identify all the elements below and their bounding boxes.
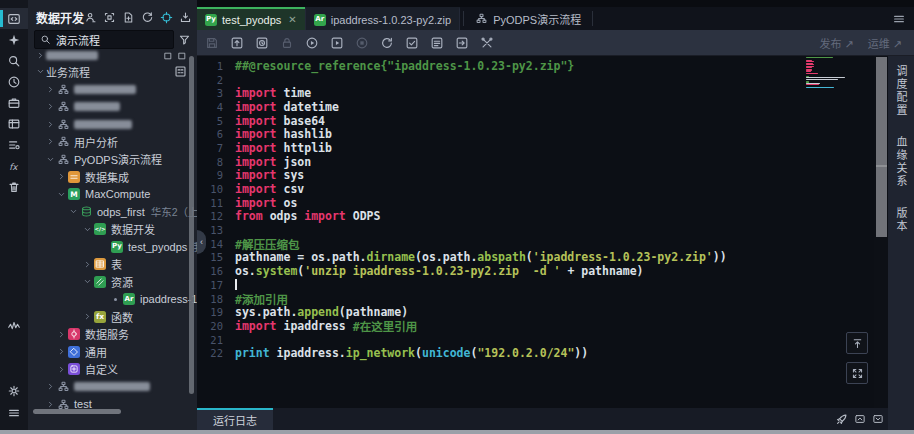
toolbar-box-lines-icon[interactable]	[430, 36, 444, 50]
import-tray-icon[interactable]	[179, 11, 192, 24]
editor-minimap[interactable]	[806, 57, 850, 89]
toolbar-link-运维[interactable]: 运维 ↗	[868, 35, 902, 51]
code-line-22[interactable]: 22print ipaddress.ip_network(unicode("19…	[197, 346, 874, 360]
chevron-down-icon[interactable]	[55, 190, 67, 199]
code-line-9[interactable]: 9import sys	[197, 169, 874, 183]
activity-bar-item-waveform[interactable]	[0, 315, 28, 336]
search-input[interactable]: 演示流程	[34, 30, 174, 49]
tree-horizontal-scrollbar[interactable]	[33, 409, 121, 414]
code-line-14[interactable]: 14#解压压缩包	[197, 237, 874, 251]
tree-row-test[interactable]: test	[28, 396, 197, 411]
box-chevron-up-icon[interactable]	[854, 413, 866, 425]
crosshair-icon[interactable]	[160, 11, 173, 24]
toolbar-tools-icon[interactable]	[480, 36, 494, 50]
chevron-right-icon[interactable]	[44, 102, 56, 111]
tree-row[interactable]	[28, 48, 197, 63]
code-line-21[interactable]: 21	[197, 333, 874, 347]
code-line-16[interactable]: 16os.system('unzip ipaddress-1.0.23-py2.…	[197, 264, 874, 278]
code-line-18[interactable]: 18#添加引用	[197, 292, 874, 306]
chevron-right-icon[interactable]	[55, 365, 67, 374]
toolbar-reload-icon[interactable]	[380, 36, 394, 50]
code-line-8[interactable]: 8import json	[197, 155, 874, 169]
tree-row[interactable]	[28, 116, 197, 134]
square-icon[interactable]	[177, 51, 187, 61]
activity-bar-item-briefcase[interactable]	[0, 92, 28, 113]
chevron-right-icon[interactable]	[44, 120, 56, 129]
code-line-20[interactable]: 20import ipaddress #在这里引用	[197, 319, 874, 333]
chevron-right-icon[interactable]	[55, 172, 67, 181]
chevron-down-icon[interactable]	[34, 67, 46, 76]
activity-bar-item-clock[interactable]	[0, 71, 28, 92]
toolbar-link-发布[interactable]: 发布 ↗	[819, 35, 853, 51]
editor-tab-ipaddress-1.0.23-py2.zip[interactable]: Aripaddress-1.0.23-py2.zip	[305, 7, 460, 30]
box-chevron-down-icon[interactable]	[872, 413, 884, 425]
code-line-6[interactable]: 6import hashlib	[197, 127, 874, 141]
tree-row-通用[interactable]: 通用	[28, 343, 197, 361]
tree-row[interactable]	[28, 98, 197, 116]
run-log-tab[interactable]: 运行日志	[197, 408, 273, 430]
activity-bar-item-fx[interactable]: fx	[0, 155, 28, 176]
code-line-1[interactable]: 1##@resource_reference{"ipaddress-1.0.23…	[197, 59, 874, 73]
editor-tab-test_pyodps[interactable]: Pytest_pyodps✕	[197, 7, 305, 30]
code-line-11[interactable]: 11import os	[197, 196, 874, 210]
chevron-down-icon[interactable]	[44, 155, 56, 164]
activity-bar-item-card[interactable]	[0, 113, 28, 134]
activity-bar-item-gear[interactable]	[7, 384, 21, 400]
right-tab-版本[interactable]: 版本	[893, 202, 909, 238]
tree-row-数据集成[interactable]: 数据集成	[28, 168, 197, 186]
workflow-context-label[interactable]: PyODPS演示流程	[467, 7, 589, 30]
code-line-3[interactable]: 3import time	[197, 86, 874, 100]
square-icon[interactable]	[163, 51, 173, 61]
code-line-19[interactable]: 19sys.path.append(pathname)	[197, 305, 874, 319]
code-line-12[interactable]: 12from odps import ODPS	[197, 210, 874, 224]
chevron-right-icon[interactable]	[55, 347, 67, 356]
scan-icon[interactable]	[103, 11, 116, 24]
fullscreen-button[interactable]	[846, 362, 868, 384]
chevron-down-icon[interactable]	[81, 225, 93, 234]
chevron-right-icon[interactable]	[44, 382, 56, 391]
code-line-7[interactable]: 7import httplib	[197, 141, 874, 155]
tree-row-ipaddress-1.0.23-py[interactable]: Aripaddress-1.0.23-py	[28, 291, 197, 309]
tree-row-资源[interactable]: 资源	[28, 273, 197, 291]
chevron-right-icon[interactable]	[34, 51, 46, 60]
tree-vertical-scrollbar[interactable]	[189, 56, 194, 394]
tree-row-PyODPS演示流程[interactable]: PyODPS演示流程	[28, 151, 197, 169]
right-tab-调度配置[interactable]: 调度配置	[893, 60, 909, 122]
activity-bar-item-code-window[interactable]	[0, 8, 28, 29]
chevron-right-icon[interactable]	[55, 330, 67, 339]
editor-scrollbar-thumb[interactable]	[876, 57, 887, 237]
file-plus-icon[interactable]	[122, 11, 135, 24]
filter-funnel-icon[interactable]	[178, 33, 191, 46]
tree-row-odps_first[interactable]: odps_first华东2（上海）	[28, 203, 197, 221]
tree-row[interactable]	[28, 378, 197, 396]
tree-row-MaxCompute[interactable]: MMaxCompute	[28, 186, 197, 204]
refresh-icon[interactable]	[141, 11, 154, 24]
activity-bar-item-trash[interactable]	[0, 176, 28, 197]
activity-bar-item-hamburger[interactable]	[7, 406, 21, 422]
tree-row-表[interactable]: 表	[28, 256, 197, 274]
chevron-right-icon[interactable]	[44, 400, 56, 409]
toolbar-play-box-icon[interactable]	[330, 36, 344, 50]
chevron-right-icon[interactable]	[81, 312, 93, 321]
tree-row-业务流程[interactable]: 业务流程	[28, 63, 197, 81]
rocket-icon[interactable]	[835, 413, 848, 426]
toolbar-box-arrow-right-icon[interactable]	[455, 36, 469, 50]
toolbar-play-circle-icon[interactable]	[305, 36, 319, 50]
right-tab-血缘关系[interactable]: 血缘关系	[893, 131, 909, 193]
code-line-5[interactable]: 5import base64	[197, 114, 874, 128]
tree-row-数据开发[interactable]: </>数据开发	[28, 221, 197, 239]
code-editor[interactable]: 1##@resource_reference{"ipaddress-1.0.23…	[197, 56, 874, 408]
chevron-right-icon[interactable]	[44, 137, 56, 146]
activity-bar-item-list-badge[interactable]	[0, 134, 28, 155]
chevron-down-icon[interactable]	[81, 277, 93, 286]
user-icon[interactable]	[84, 11, 97, 24]
code-line-4[interactable]: 4import datetime	[197, 100, 874, 114]
toolbar-box-check-icon[interactable]	[405, 36, 419, 50]
code-line-2[interactable]: 2	[197, 73, 874, 87]
hamburger-icon[interactable]	[892, 7, 914, 30]
tree-row[interactable]	[28, 81, 197, 99]
close-icon[interactable]: ✕	[288, 14, 296, 25]
board-icon[interactable]	[174, 65, 187, 78]
code-line-17[interactable]: 17	[197, 278, 874, 292]
toolbar-box-clock-icon[interactable]	[255, 36, 269, 50]
